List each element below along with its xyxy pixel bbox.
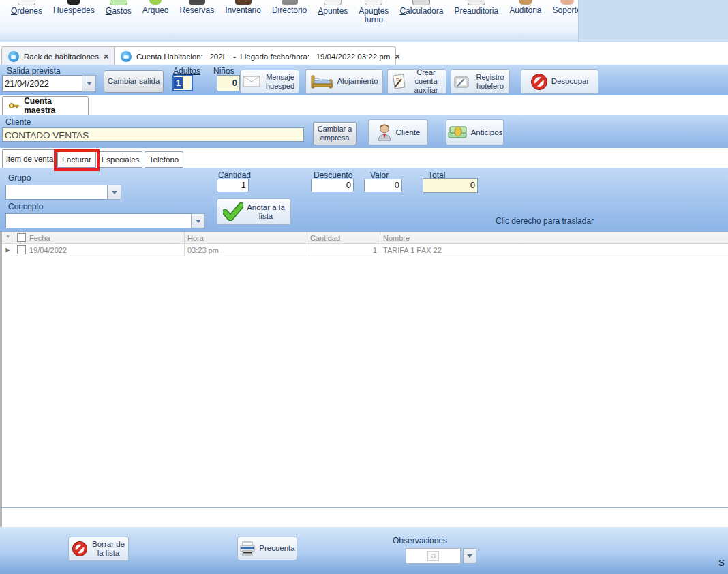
cliente-button[interactable]: Cliente [368,119,428,145]
header-checkbox[interactable] [17,233,26,242]
charges-grid: * Fecha Hora Cantidad Nombre ▶ 19/04/202… [0,232,728,508]
tab-cuenta-maestra[interactable]: Cuenta maestra [2,96,89,115]
ribbon-item-preauditoria[interactable]: Preauditoria [449,0,504,16]
cell-cantidad: 1 [307,244,380,256]
table-row[interactable]: ▶ 19/04/2022 03:23 pm 1 TARIFA 1 PAX 22 [2,244,728,256]
footer-bar: Borrar de la lista Precuenta Observacion… [0,527,728,574]
valor-field[interactable]: 0 [364,179,402,192]
concepto-value[interactable] [5,213,191,228]
statusbar-text-fragment: S [718,558,725,568]
tab-facturar[interactable]: Facturar [57,151,96,168]
ribbon-item-auditoria[interactable]: Auditoria [504,0,547,15]
tab-especiales[interactable]: Especiales [98,151,142,168]
ribbon-item-gastos[interactable]: Gastos [100,0,137,16]
header-right-filler [578,0,728,42]
ninos-field[interactable]: 0 [217,75,240,91]
anotar-a-la-lista-button[interactable]: Anotar a la lista [217,198,291,225]
note-pen-icon [392,74,407,90]
current-row-marker-icon: ▶ [2,244,14,256]
observaciones-dropdown-button[interactable] [463,548,476,564]
grupo-dropdown-button[interactable] [107,185,121,200]
ribbon-item-huespedes[interactable]: Huespedes [48,0,100,15]
column-header-fecha[interactable]: Fecha [14,232,185,244]
top-ribbon: Ordenes Huespedes Gastos Arqueo Reservas… [0,0,578,32]
concepto-label: Concepto [8,202,43,211]
cell-hora: 03:23 pm [185,244,307,256]
client-band: Cliente CONTADO VENTAS Cambiar a empresa… [0,115,728,148]
money-icon [447,125,468,140]
tab-rack-de-habitaciones[interactable]: Rack de habitaciones × [1,46,123,65]
grupo-value[interactable] [5,185,107,200]
salida-date-combo: 21/04/2022 [2,75,96,92]
salida-date-dropdown-button[interactable] [82,75,96,92]
total-field[interactable]: 0 [423,178,478,193]
row-checkbox[interactable] [17,245,26,254]
audit-magnifier-icon [519,0,532,5]
grid-footer-strip [0,508,728,527]
concepto-dropdown-button[interactable] [191,213,205,228]
envelope-icon [243,76,260,87]
room-toolbar: Salida prevista 21/04/2022 Cambiar salid… [0,65,728,95]
column-header-nombre[interactable]: Nombre [380,232,728,244]
notes-icon [324,0,342,5]
descuento-field[interactable]: 0 [311,179,354,192]
concepto-combo [5,213,205,228]
reservations-book-icon [189,0,205,5]
room-account-tab-icon [121,51,132,62]
cliente-field[interactable]: CONTADO VENTAS [2,127,304,142]
column-header-cantidad[interactable]: Cantidad [307,232,380,244]
grupo-label: Grupo [8,173,31,183]
room-rack-tab-icon [8,51,19,62]
cell-nombre: TARIFA 1 PAX 22 [380,244,728,256]
cliente-label: Cliente [5,117,31,127]
sale-tab-band: Item de venta Facturar Especiales Teléfo… [0,148,728,168]
ribbon-group-strip [0,32,578,42]
expenses-diamond-icon [110,0,127,5]
ninos-label: Niños [213,66,234,76]
ribbon-item-calculadora[interactable]: Calculadora [394,0,449,16]
preaudit-report-icon [468,0,485,5]
cell-fecha: 19/04/2022 [14,244,185,256]
cantidad-field[interactable]: 1 [217,179,249,192]
tab-cuenta-habitacion[interactable]: Cuenta Habitacion: 202L - Llegada fecha/… [114,46,396,65]
observaciones-label: Observaciones [393,536,447,545]
mensaje-huesped-button[interactable]: Mensaje huesped [240,70,299,93]
alojamiento-button[interactable]: Alojamiento [305,69,383,94]
close-icon[interactable]: × [104,52,109,61]
tab-item-de-venta[interactable]: Item de venta [2,149,57,168]
precuenta-button[interactable]: Precuenta [237,537,297,560]
sale-form-band: Grupo Concepto Cantidad 1 Anotar a la li… [0,168,728,232]
column-header-hora[interactable]: Hora [185,232,307,244]
ribbon-item-apuntes[interactable]: Apuntes [312,0,353,16]
cambiar-a-empresa-button[interactable]: Cambiar a empresa [313,122,357,145]
chevron-down-icon [87,82,92,85]
salida-date-value[interactable]: 21/04/2022 [2,75,82,92]
adultos-field[interactable]: 1 [172,75,193,91]
ribbon-item-apuntes-turno[interactable]: Apuntes turno [353,0,394,25]
chevron-down-icon [467,554,472,558]
inventory-box-icon [235,0,252,5]
ribbon-item-arqueo[interactable]: Arqueo [137,0,175,15]
salida-prevista-label: Salida prevista [7,66,61,76]
observaciones-field[interactable]: a [406,548,461,564]
desocupar-button[interactable]: Desocupar [521,69,598,94]
cambiar-salida-button[interactable]: Cambiar salida [104,70,164,93]
borrar-de-la-lista-button[interactable]: Borrar de la lista [68,537,129,561]
document-tab-band: Rack de habitaciones × Cuenta Habitacion… [0,42,728,65]
ribbon-item-inventario[interactable]: Inventario [219,0,267,15]
grid-header-row: * Fecha Hora Cantidad Nombre [2,232,728,244]
adultos-selected-value: 1 [174,77,183,89]
bed-icon [310,74,333,89]
ribbon-item-directorio[interactable]: Directorio [267,0,312,15]
grid-selector-header: * [2,232,14,244]
guest-person-icon [67,0,80,5]
grupo-combo [5,185,121,200]
close-icon[interactable]: × [395,52,400,61]
ribbon-item-reservas[interactable]: Reservas [175,0,220,15]
anticipos-button[interactable]: Anticipos [446,119,504,145]
crear-cuenta-auxiliar-button[interactable]: Crear cuenta auxiliar [387,69,446,94]
calculator-icon [412,0,430,5]
ribbon-item-ordenes[interactable]: Ordenes [5,0,48,16]
tab-telefono[interactable]: Teléfono [145,151,183,168]
registro-hotelero-button[interactable]: Registro hotelero [451,69,510,94]
